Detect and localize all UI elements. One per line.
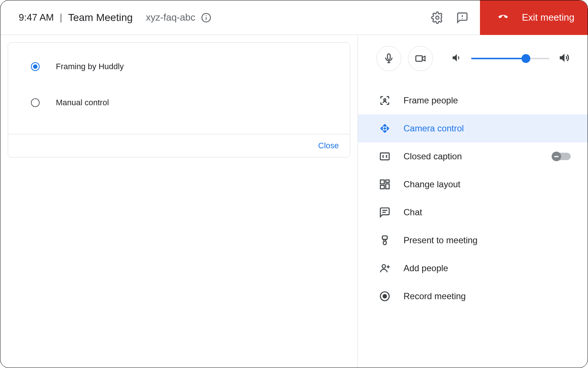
menu-item-present[interactable]: Present to meeting (358, 226, 588, 254)
svg-point-3 (436, 16, 439, 19)
meeting-code: xyz-faq-abc (146, 12, 195, 23)
av-controls (358, 35, 588, 82)
clock: 9:47 AM (19, 12, 54, 23)
menu-item-closed-caption[interactable]: Closed caption (358, 142, 588, 170)
layout-icon (379, 178, 391, 191)
hangup-icon (493, 11, 513, 24)
camera-control-card: Framing by Huddly Manual control Close (8, 42, 350, 158)
record-icon (379, 290, 391, 302)
info-icon[interactable] (201, 13, 211, 23)
menu-item-record[interactable]: Record meeting (358, 282, 588, 310)
svg-point-5 (462, 18, 463, 19)
svg-rect-9 (416, 56, 423, 61)
frame-people-icon (379, 94, 391, 107)
volume-up-icon[interactable] (558, 52, 571, 66)
volume-slider[interactable] (471, 54, 549, 63)
add-people-icon (379, 262, 391, 275)
menu-label: Record meeting (404, 291, 571, 301)
menu-label: Present to meeting (404, 235, 571, 245)
menu-item-frame-people[interactable]: Frame people (358, 86, 588, 114)
separator: | (60, 12, 62, 23)
option-framing-by-huddly[interactable]: Framing by Huddly (31, 54, 339, 79)
present-icon (379, 234, 391, 247)
header-bar: 9:47 AM | Team Meeting xyz-faq-abc Exit … (0, 0, 588, 35)
camera-control-icon (379, 122, 391, 135)
chat-icon (379, 206, 391, 219)
main-panel: Framing by Huddly Manual control Close (0, 35, 358, 368)
svg-rect-6 (387, 54, 390, 60)
radio-unselected-icon (31, 98, 40, 107)
menu-label: Closed caption (404, 151, 541, 162)
close-button[interactable]: Close (318, 141, 339, 151)
svg-point-2 (206, 15, 207, 16)
settings-button[interactable] (430, 10, 445, 25)
volume-down-icon[interactable] (451, 52, 462, 65)
exit-label: Exit meeting (522, 12, 574, 23)
menu-item-change-layout[interactable]: Change layout (358, 170, 588, 198)
side-menu: Frame peopleCamera controlClosed caption… (358, 82, 588, 310)
radio-selected-icon (31, 62, 40, 71)
menu-label: Camera control (404, 123, 571, 134)
exit-meeting-button[interactable]: Exit meeting (480, 0, 588, 35)
menu-item-camera-control[interactable]: Camera control (358, 114, 588, 142)
feedback-button[interactable] (455, 10, 470, 25)
option-label: Manual control (56, 98, 109, 107)
option-manual-control[interactable]: Manual control (31, 90, 339, 116)
meeting-name: Team Meeting (68, 12, 133, 24)
side-panel: Frame peopleCamera controlClosed caption… (358, 35, 588, 368)
menu-label: Change layout (404, 179, 571, 190)
menu-item-add-people[interactable]: Add people (358, 254, 588, 282)
closed-caption-toggle[interactable] (553, 153, 571, 160)
camera-options-list: Framing by Huddly Manual control (8, 43, 350, 134)
cc-icon (379, 150, 391, 163)
menu-label: Frame people (404, 95, 571, 106)
menu-label: Chat (404, 207, 571, 217)
menu-label: Add people (404, 263, 571, 273)
option-label: Framing by Huddly (56, 62, 124, 71)
camera-toggle-button[interactable] (408, 46, 433, 71)
menu-item-chat[interactable]: Chat (358, 198, 588, 226)
mic-toggle-button[interactable] (376, 46, 401, 71)
